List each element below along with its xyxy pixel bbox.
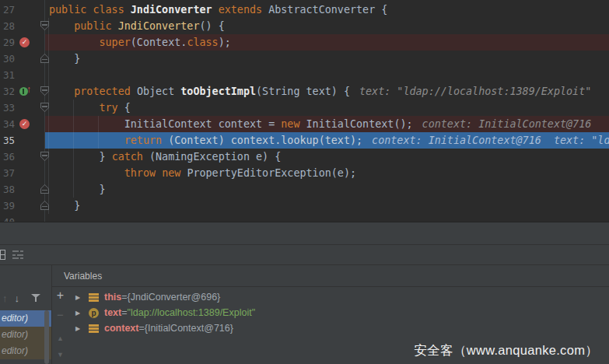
line-number: 37 [0, 165, 15, 181]
editor-line[interactable]: 27public class JndiConverter extends Abs… [0, 2, 609, 18]
line-number: 35 [0, 132, 15, 149]
variable-name: this [104, 292, 121, 303]
variable-row[interactable]: ▶context = {InitialContext@716} [68, 320, 609, 336]
editor-line[interactable]: 40 [0, 214, 609, 222]
parameter-icon: p [89, 308, 99, 318]
fold-marker-icon[interactable] [40, 103, 49, 112]
breakpoint-icon[interactable]: ✓ [19, 119, 30, 129]
equals-sign: = [121, 307, 127, 318]
line-number: 31 [0, 67, 15, 83]
move-up-button[interactable]: ▲ [52, 334, 68, 342]
code-text: } [49, 51, 80, 67]
watermark: 安全客（www.anquanke.com） [415, 342, 598, 359]
code-text: throw new PropertyEditorException(e); [49, 165, 356, 181]
editor-line[interactable]: 34✓ InitialContext context = new Initial… [0, 116, 609, 132]
frames-panel: ↑ ↓ editor)editor)editor) [0, 265, 52, 364]
debug-tab-strip [0, 222, 609, 245]
frames-toolbar: ↑ ↓ [0, 289, 51, 307]
filter-icon[interactable] [31, 293, 40, 303]
editor-line[interactable]: 38 } [0, 181, 609, 198]
editor-line[interactable]: 35 return (Context) context.lookup(text)… [0, 132, 609, 149]
editor-line[interactable]: 36 } catch (NamingException e) { [0, 149, 609, 165]
inline-debug-hint: context: InitialContext@716 text: "ld [372, 135, 609, 146]
editor-line[interactable]: 29✓ super(Context.class); [0, 34, 609, 51]
breakpoint-icon[interactable]: ✓ [19, 37, 30, 47]
expand-arrow-icon[interactable]: ▶ [75, 294, 85, 301]
object-icon [89, 293, 99, 302]
expand-arrow-icon[interactable]: ▶ [75, 325, 85, 332]
inline-debug-hint: context: InitialContext@716 [422, 118, 592, 130]
variable-name: context [104, 323, 138, 334]
code-text: public class JndiConverter extends Abstr… [49, 2, 387, 18]
frame-up-icon[interactable]: ↑ [2, 292, 8, 304]
line-number: 38 [0, 181, 15, 198]
expand-arrow-icon[interactable]: ▶ [75, 310, 85, 317]
add-watch-button[interactable]: + [52, 289, 68, 303]
editor-lines: 27public class JndiConverter extends Abs… [0, 2, 609, 222]
variable-row[interactable]: ▶this = {JndiConverter@696} [68, 289, 609, 305]
move-down-button[interactable]: ▼ [52, 351, 68, 359]
line-number: 33 [0, 100, 15, 116]
editor-line[interactable]: 37 throw new PropertyEditorException(e); [0, 165, 609, 181]
layout-settings-icon[interactable] [12, 250, 23, 259]
editor-line[interactable]: 39 } [0, 198, 609, 214]
override-method-icon[interactable]: ↑ [19, 83, 34, 100]
line-number: 40 [0, 214, 15, 222]
code-text: } [49, 181, 106, 198]
frame-down-icon[interactable]: ↓ [15, 292, 20, 304]
fold-marker-icon[interactable] [40, 184, 49, 194]
line-number: 27 [0, 2, 15, 18]
editor-line[interactable]: 30 } [0, 51, 609, 67]
line-number: 36 [0, 149, 15, 165]
code-text: public JndiConverter() { [49, 18, 225, 34]
debug-toolbar [0, 245, 609, 265]
variable-value: "ldap://localhost:1389/Exploit" [128, 307, 256, 318]
code-text: try { [49, 100, 131, 116]
fold-marker-icon[interactable] [40, 152, 49, 161]
line-number: 30 [0, 51, 15, 67]
variable-name: text [104, 307, 121, 318]
variable-row[interactable]: ▶ptext = "ldap://localhost:1389/Exploit" [68, 305, 609, 320]
editor-line[interactable]: 33 try { [0, 100, 609, 116]
fold-marker-icon[interactable] [40, 201, 49, 210]
editor-line[interactable]: 32↑ protected Object toObjectImpl(String… [0, 83, 609, 100]
ide-debug-screen: 27public class JndiConverter extends Abs… [0, 0, 609, 364]
editor-line[interactable]: 31 [0, 67, 609, 83]
variables-header: Variables [52, 265, 609, 287]
code-text: return (Context) context.lookup(text);co… [49, 132, 609, 149]
frames-scrollbar[interactable] [44, 310, 49, 364]
code-text: super(Context.class); [49, 34, 231, 51]
inline-debug-hint: text: "ldap://localhost:1389/Exploit" [359, 86, 591, 97]
code-text: } [49, 198, 80, 214]
equals-sign: = [138, 323, 144, 334]
code-text: protected Object toObjectImpl(String tex… [49, 83, 591, 100]
line-number: 39 [0, 198, 15, 214]
object-icon [89, 324, 99, 333]
variable-value: {InitialContext@716} [145, 323, 233, 334]
editor-line[interactable]: 28 public JndiConverter() { [0, 18, 609, 34]
line-number: 34 [0, 116, 15, 132]
restore-layout-icon[interactable] [0, 250, 5, 260]
line-number: 32 [0, 83, 15, 100]
fold-marker-icon[interactable] [40, 86, 49, 96]
variables-title: Variables [64, 271, 102, 282]
code-text: } catch (NamingException e) { [49, 149, 281, 165]
equals-sign: = [121, 292, 127, 303]
fold-marker-icon[interactable] [40, 54, 49, 63]
fold-marker-icon[interactable] [40, 21, 49, 30]
code-editor[interactable]: 27public class JndiConverter extends Abs… [0, 0, 609, 222]
watch-toolbar: + − ▲ ▼ [52, 287, 68, 364]
variable-value: {JndiConverter@696} [128, 292, 221, 303]
code-text: InitialContext context = new InitialCont… [49, 116, 591, 132]
line-number: 28 [0, 18, 15, 34]
line-number: 29 [0, 34, 15, 51]
remove-watch-button[interactable]: − [52, 308, 68, 321]
